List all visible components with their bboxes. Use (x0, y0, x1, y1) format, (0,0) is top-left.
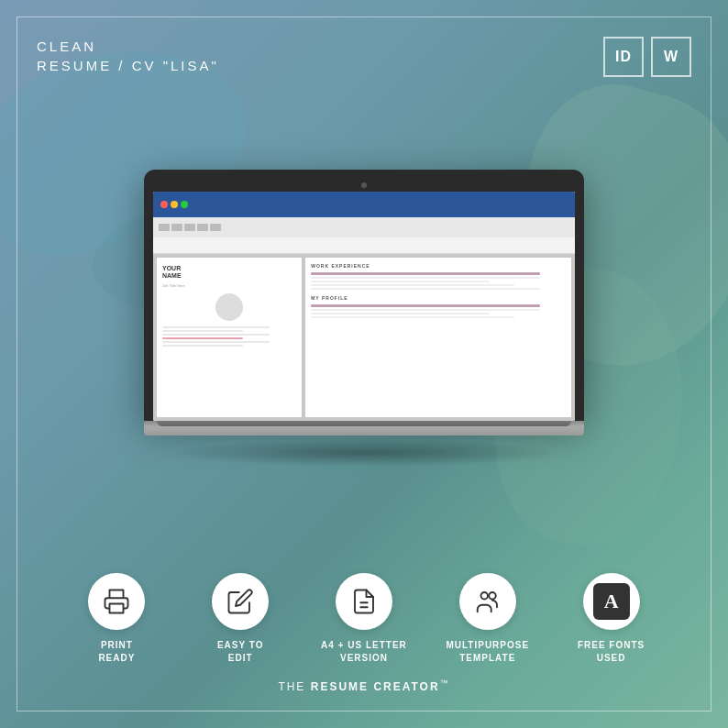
feature-multipurpose: MULTIPURPOSETEMPLATE (442, 573, 534, 665)
a4-letter-label: A4 + US LETTERVERSION (321, 639, 407, 665)
screen-document: YOURNAME Job Title Here (153, 254, 575, 421)
resume-line (162, 337, 243, 339)
resume-section-header: WORK EXPERIENCE (311, 263, 566, 269)
laptop-wrapper: YOURNAME Job Title Here (126, 160, 602, 491)
toolbar-item (197, 224, 208, 231)
main-container: CLEAN RESUME / CV "LISA" ID W (0, 0, 728, 728)
title-block: CLEAN RESUME / CV "LISA" (37, 37, 219, 75)
laptop-screen-frame: YOURNAME Job Title Here (144, 170, 584, 421)
svg-point-2 (480, 592, 488, 600)
easy-edit-label: EASY TOEDIT (217, 639, 264, 665)
footer-text: THE RESUME CREATOR™ (278, 678, 449, 693)
multipurpose-label: MULTIPURPOSETEMPLATE (446, 639, 529, 665)
resume-line (162, 334, 270, 336)
screen-ribbon (153, 237, 575, 254)
resume-line (162, 330, 243, 332)
traffic-green (181, 201, 188, 208)
resume-main: WORK EXPERIENCE MY PROFILE (305, 258, 571, 417)
resume-section-header: MY PROFILE (311, 295, 566, 301)
footer-tm: ™ (440, 678, 450, 688)
document-icon-circle (336, 573, 392, 630)
laptop: YOURNAME Job Title Here (144, 170, 584, 467)
badge-w: W (651, 37, 691, 77)
resume-line (162, 341, 270, 343)
badge-id: ID (603, 37, 644, 77)
header: CLEAN RESUME / CV "LISA" ID W (28, 28, 700, 77)
laptop-base-bottom (157, 421, 570, 426)
print-ready-label: PRINTREADY (98, 639, 135, 665)
feature-print-ready: PRINTREADY (71, 573, 162, 665)
features-section: PRINTREADY EASY TOEDIT A4 + US LETTER (28, 573, 700, 678)
resume-main-line (311, 313, 489, 314)
traffic-red (160, 201, 168, 208)
print-icon-circle (88, 573, 145, 630)
resume-sidebar: YOURNAME Job Title Here (157, 258, 302, 417)
printer-icon (103, 588, 130, 615)
resume-main-line (311, 309, 540, 311)
feature-a4-letter: A4 + US LETTERVERSION (318, 573, 410, 665)
resume-main-line (311, 281, 489, 282)
toolbar-item (210, 224, 221, 231)
toolbar-item (184, 224, 195, 231)
toolbar-icons (159, 224, 221, 231)
laptop-section: YOURNAME Job Title Here (28, 77, 700, 573)
traffic-yellow (171, 201, 178, 208)
resume-main-line (311, 316, 514, 318)
resume-main-line (311, 277, 540, 279)
title-line1: CLEAN (37, 37, 219, 56)
edit-icon-circle (212, 573, 269, 630)
laptop-camera (361, 182, 367, 188)
people-icon-circle (459, 573, 516, 630)
resume-main-line (311, 284, 514, 286)
document-icon (350, 588, 378, 615)
footer-thin: THE (278, 680, 310, 693)
feature-easy-edit: EASY TOEDIT (194, 573, 286, 665)
resume-line (162, 326, 270, 328)
resume-main-line (311, 304, 540, 307)
toolbar-item (159, 224, 170, 231)
pencil-icon (226, 588, 254, 615)
footer: THE RESUME CREATOR™ (28, 678, 700, 700)
resume-main-line (311, 288, 540, 290)
resume-photo (215, 293, 243, 321)
screen-toolbar (153, 217, 575, 237)
resume-subtitle: Job Title Here (162, 283, 296, 288)
font-icon-circle: A (583, 573, 640, 630)
resume-name: YOURNAME (162, 265, 296, 281)
laptop-screen: YOURNAME Job Title Here (153, 192, 575, 421)
resume-main-line (311, 272, 540, 275)
laptop-base (144, 421, 584, 436)
feature-free-fonts: A FREE FONTSUSED (566, 573, 657, 665)
font-letter: A (604, 590, 619, 613)
footer-bold: RESUME CREATOR (311, 680, 440, 693)
title-line2: RESUME / CV "LISA" (37, 56, 219, 75)
free-fonts-label: FREE FONTSUSED (578, 639, 645, 665)
people-icon (474, 588, 502, 615)
toolbar-item (171, 224, 182, 231)
resume-line (162, 345, 243, 347)
format-badges: ID W (603, 37, 691, 77)
screen-top-bar (153, 192, 575, 217)
svg-point-3 (489, 592, 496, 600)
font-icon-bg: A (593, 583, 630, 620)
laptop-shadow (166, 439, 562, 467)
